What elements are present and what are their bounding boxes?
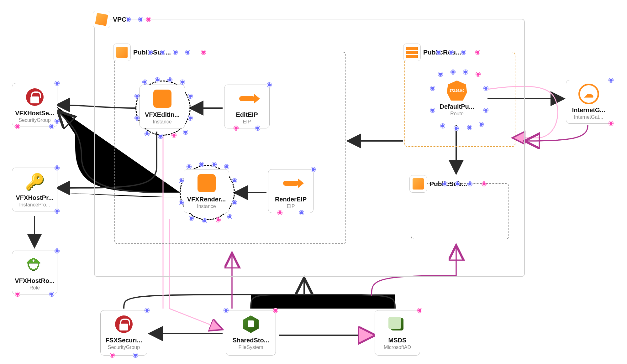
node-edit-eip[interactable]: EditEIP EIP <box>224 85 270 128</box>
route-icon: 172.16.0.0 <box>447 81 467 101</box>
node-subtitle: Instance <box>153 119 171 125</box>
subnet-icon <box>409 175 427 193</box>
node-subtitle: Route <box>450 111 464 117</box>
lock-icon <box>115 315 133 333</box>
node-subtitle: SecurityGroup <box>108 345 140 350</box>
subnet-icon <box>113 44 131 61</box>
node-vfx-host-instance-profile[interactable]: 🔑 VFXHostPr... InstancePro... <box>12 168 57 211</box>
node-title: DefaultPu... <box>440 103 474 110</box>
node-title: RenderEIP <box>275 196 307 203</box>
group-subnet-b-title: PublicSub... <box>429 180 467 188</box>
node-subtitle: Instance <box>197 204 216 209</box>
group-vpc-title: VPC <box>113 16 126 23</box>
node-fsx-security-group[interactable]: FSXSecuri... SecurityGroup <box>100 310 147 356</box>
fsx-icon <box>243 315 259 333</box>
helmet-icon: ⛑ <box>27 255 43 274</box>
eip-icon <box>283 181 299 186</box>
node-title: VFXRender... <box>187 196 226 203</box>
group-public-subnet-b[interactable]: PublicSub... <box>411 183 509 239</box>
lock-icon <box>26 88 44 106</box>
node-subtitle: InstancePro... <box>19 202 50 208</box>
node-title: SharedSto... <box>233 337 269 344</box>
key-icon: 🔑 <box>25 173 45 191</box>
node-title: FSXSecuri... <box>106 337 142 344</box>
node-vfx-render-instance[interactable]: VFXRender... Instance <box>184 169 229 213</box>
node-subtitle: EIP <box>243 119 251 125</box>
node-render-eip[interactable]: RenderEIP EIP <box>268 169 314 213</box>
node-subtitle: EIP <box>287 204 295 209</box>
node-title: InternetG... <box>572 107 605 114</box>
node-internet-gateway[interactable]: ☁ InternetG... InternetGat... <box>566 80 611 124</box>
node-subtitle: MicrosoftAD <box>384 345 411 350</box>
node-subtitle: FileSystem <box>238 345 263 350</box>
node-title: EditEIP <box>236 111 258 118</box>
node-vfx-host-role[interactable]: ⛑ VFXHostRo... Role <box>12 251 57 294</box>
igw-icon: ☁ <box>578 84 599 104</box>
ec2-icon <box>153 90 171 108</box>
node-title: VFXHostRo... <box>15 277 55 284</box>
node-title: VFXHostPr... <box>16 194 53 201</box>
node-title: VFXEditIn... <box>145 111 180 118</box>
node-subtitle: Role <box>29 285 40 291</box>
node-vfx-host-security-group[interactable]: VFXHostSe... SecurityGroup <box>12 83 57 127</box>
node-title: VFXHostSe... <box>15 110 54 117</box>
route-table-icon <box>403 44 421 61</box>
node-title: MSDS <box>388 337 407 344</box>
vpc-icon <box>93 11 110 28</box>
node-default-public-route[interactable]: 172.16.0.0 DefaultPu... Route <box>434 77 480 121</box>
diagram-canvas: VPC PublicSub... PublicRou... PublicSub.… <box>0 0 627 364</box>
node-subtitle: InternetGat... <box>574 114 603 120</box>
node-shared-storage[interactable]: SharedSto... FileSystem <box>226 310 276 356</box>
node-vfx-edit-instance[interactable]: VFXEditIn... Instance <box>140 85 185 128</box>
ad-icon <box>388 317 407 332</box>
node-subtitle: SecurityGroup <box>18 117 50 123</box>
ec2-icon <box>198 174 216 192</box>
group-route-table-title: PublicRou... <box>423 49 461 56</box>
node-msds[interactable]: MSDS MicrosoftAD <box>375 310 420 356</box>
eip-icon <box>239 96 255 101</box>
